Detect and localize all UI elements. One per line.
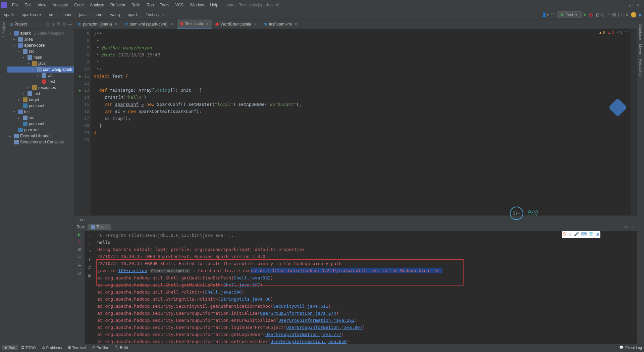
vcs-update-icon[interactable]: | — [618, 12, 619, 17]
breadcrumb-item[interactable]: src — [48, 12, 56, 17]
tree-item[interactable]: Scratches and Consoles — [7, 139, 74, 145]
modify-run-icon[interactable]: ✎ — [78, 240, 81, 245]
run-settings-icon[interactable]: ⚙ — [624, 225, 628, 229]
expand-all-icon[interactable]: ⇲ — [52, 22, 55, 27]
rerun-button[interactable] — [78, 233, 81, 236]
tree-item[interactable]: ▾java — [7, 60, 74, 67]
ime-toolbar[interactable]: S英🎤⌨👕⊞ — [562, 231, 600, 238]
inspection-widget[interactable]: ▲ 5 ▲ 3 ✓ 1 ˄ ˅ — [599, 30, 629, 35]
tree-root[interactable]: ▾ spark D:\idea-file\spark — [7, 30, 74, 36]
bottom-tab-problems[interactable]: ⚠ Problems — [39, 345, 64, 350]
bottom-tab-build[interactable]: 🔨 Build — [112, 345, 131, 350]
maximize-icon[interactable]: ▢ — [629, 3, 633, 7]
tree-item[interactable]: ▸resources — [7, 85, 74, 91]
coverage-button[interactable]: ◧ — [595, 12, 599, 17]
breadcrumb-item[interactable]: spark — [126, 12, 139, 17]
tree-item[interactable]: ▸src — [7, 115, 74, 121]
down-stack-icon[interactable]: ↓ — [89, 241, 91, 246]
back-icon[interactable]: ⮌ — [551, 12, 555, 17]
tree-item[interactable]: ▾com.wang.spark — [7, 67, 74, 73]
bottom-tab-terminal[interactable]: ▣ Terminal — [65, 345, 89, 350]
search-icon[interactable]: ⌕ — [621, 12, 623, 17]
debug-button[interactable]: 🐞 — [588, 12, 593, 17]
menu-navigate[interactable]: Navigate — [50, 1, 71, 9]
pin-icon[interactable]: ⊟ — [78, 271, 81, 275]
menu-window[interactable]: Window — [187, 1, 207, 9]
tree-item[interactable]: pom.xml — [7, 121, 74, 127]
clear-icon[interactable]: 🗑 — [88, 273, 92, 278]
tree-item[interactable]: pom.xml — [7, 127, 74, 133]
breadcrumb-item[interactable]: java — [78, 12, 88, 17]
tree-item[interactable]: ▸.idea — [7, 36, 74, 42]
breadcrumb-item[interactable]: wang — [109, 12, 121, 17]
layout-icon[interactable]: ≣ — [78, 263, 81, 267]
hide-panel-icon[interactable]: — — [68, 22, 72, 27]
tree-item[interactable]: ▸test — [7, 91, 74, 97]
breadcrumb-item[interactable]: spark-core — [20, 12, 42, 17]
tree-item[interactable]: ▾main — [7, 54, 74, 60]
menu-help[interactable]: Help — [207, 1, 221, 9]
avatar-icon[interactable] — [631, 12, 636, 17]
breadcrumb-item[interactable]: com — [93, 12, 104, 17]
print-icon[interactable]: 🖨 — [88, 265, 92, 270]
editor-breadcrumb[interactable]: Test — [74, 215, 637, 223]
editor-tab[interactable]: mpom.xml (spark)× — [74, 19, 121, 29]
breadcrumb-item[interactable]: spark — [3, 12, 15, 17]
run-tab[interactable]: Test × — [88, 224, 111, 230]
menu-edit[interactable]: Edit — [22, 1, 34, 9]
plugin-icon[interactable]: ◆ — [638, 12, 641, 17]
menu-code[interactable]: Code — [71, 1, 87, 9]
editor-tab[interactable]: mtest\pom.xml× — [260, 19, 301, 29]
run-hide-icon[interactable]: — — [631, 225, 635, 229]
tree-item[interactable]: Test — [7, 79, 74, 85]
ide-settings-icon[interactable]: ⚙ — [625, 12, 629, 17]
tree-item[interactable]: pom.xml — [7, 103, 74, 109]
stop-run-button[interactable] — [78, 248, 81, 251]
close-icon[interactable]: ✕ — [637, 3, 640, 7]
tree-item[interactable]: ▾test — [7, 109, 74, 115]
run-button[interactable] — [584, 13, 586, 16]
event-log-button[interactable]: 💬 Event Log — [619, 345, 642, 350]
bottom-tab-todo[interactable]: ≣ TODO — [18, 345, 39, 350]
minimize-icon[interactable]: — — [621, 3, 625, 7]
project-tree[interactable]: ▾ spark D:\idea-file\spark ▸.idea▾spark-… — [7, 29, 74, 344]
menu-run[interactable]: Run — [144, 1, 157, 9]
editor-gutter[interactable]: 5678910▶ 1112▶ 1314151617181920 — [74, 29, 91, 215]
editor-tab[interactable]: WordCount.scala× — [212, 19, 260, 29]
attach-button[interactable]: ⋯ — [606, 12, 610, 17]
bottom-tab-profiler[interactable]: ◷ Profiler — [90, 345, 111, 350]
menu-file[interactable]: File — [9, 1, 21, 9]
tree-item[interactable]: ▸target — [7, 97, 74, 103]
run-config-selector[interactable]: Test ▾ — [557, 11, 582, 18]
menu-build[interactable]: Build — [129, 1, 143, 9]
breadcrumb-item[interactable]: Test.scala — [145, 12, 165, 17]
menu-vcs[interactable]: VCS — [173, 1, 186, 9]
scroll-end-icon[interactable]: ↧ — [88, 257, 91, 262]
right-tool-strip[interactable]: Database Maven RestfulTool — [637, 19, 644, 344]
menu-view[interactable]: View — [35, 1, 49, 9]
breadcrumb-item[interactable]: main — [61, 12, 72, 17]
menu-analyze[interactable]: Analyze — [87, 1, 107, 9]
editor-tab[interactable]: Test.scala× — [177, 19, 212, 29]
menu-tools[interactable]: Tools — [157, 1, 172, 9]
tree-item[interactable]: ▸External Libraries — [7, 133, 74, 139]
breadcrumb[interactable]: spark〉spark-core〉src〉main〉java〉com〉wang〉… — [3, 12, 165, 17]
gear-icon[interactable]: ⚙ — [62, 22, 66, 27]
collapse-all-icon[interactable]: ⇱ — [57, 22, 60, 27]
editor-tab[interactable]: mpom.xml (spark-core)× — [121, 19, 177, 29]
tree-item[interactable]: ▸wc — [7, 73, 74, 79]
menu-refactor[interactable]: Refactor — [108, 1, 128, 9]
editor-scrollbar[interactable] — [631, 29, 637, 215]
select-opened-file-icon[interactable]: ⊙ — [46, 22, 50, 27]
user-icon[interactable]: 👤▾ — [542, 12, 549, 17]
tree-item[interactable]: ▾spark-core — [7, 42, 74, 48]
stop-button[interactable] — [612, 13, 616, 16]
dump-threads-icon[interactable]: ⇊ — [78, 255, 81, 259]
bottom-tab-run[interactable]: ▶ Run — [2, 345, 18, 350]
up-stack-icon[interactable]: ↑ — [89, 233, 91, 238]
soft-wrap-icon[interactable]: ⤶ — [88, 249, 91, 254]
console-output[interactable]: "C:\Program Files\Java\jdk1.8.0_121\bin\… — [95, 231, 637, 344]
profile-button[interactable]: ◷ — [601, 12, 604, 17]
left-tool-strip[interactable]: 1: Project — [0, 19, 7, 344]
tree-item[interactable]: ▾src — [7, 48, 74, 54]
